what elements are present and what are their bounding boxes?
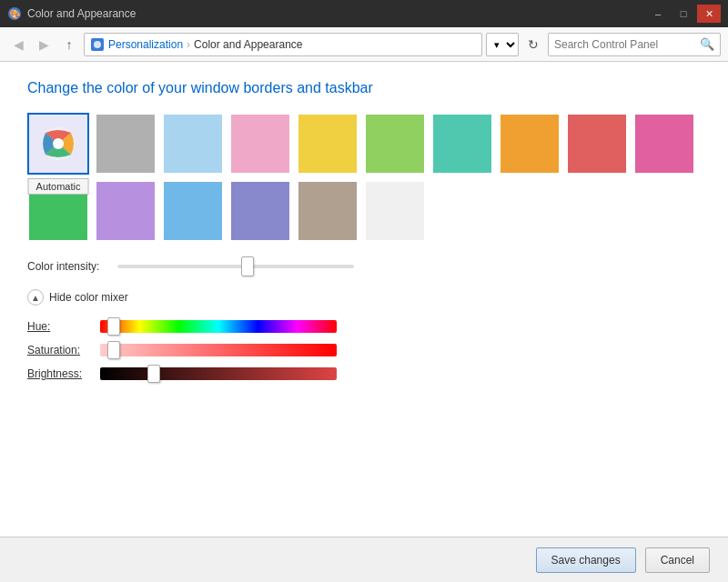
hue-row: Hue: [27,320,701,333]
saturation-label-text: Saturation: [27,344,80,356]
swatch-purple[interactable] [229,180,291,242]
hue-track [100,320,337,333]
swatch-yellow[interactable] [297,113,359,175]
intensity-thumb[interactable] [241,256,254,276]
breadcrumb-personalization[interactable]: Personalization [108,38,183,51]
brightness-thumb[interactable] [147,365,160,383]
svg-point-5 [53,138,64,149]
swatch-lgreen[interactable] [27,180,89,242]
swatch-lightblue[interactable] [162,113,224,175]
swatch-gray[interactable] [95,113,157,175]
intensity-track [117,265,354,268]
breadcrumb-current: Color and Appearance [194,38,302,51]
footer: Save changes Cancel [0,537,728,582]
main-content: Change the color of your window borders … [0,62,728,537]
address-path: Personalization › Color and Appearance [84,33,482,56]
search-input[interactable] [554,38,700,51]
saturation-row: Saturation: [27,344,701,356]
mixer-toggle-icon: ▲ [27,289,44,306]
up-button[interactable]: ↑ [58,34,80,55]
forward-button[interactable]: ▶ [33,34,55,55]
hue-thumb[interactable] [107,317,120,336]
saturation-thumb[interactable] [107,341,120,359]
minimize-button[interactable]: – [646,5,670,23]
save-button[interactable]: Save changes [536,547,636,573]
swatch-magenta[interactable] [633,113,695,175]
brightness-label: Brightness: [27,367,100,380]
close-button[interactable]: ✕ [697,5,721,23]
page-title: Change the color of your window borders … [27,80,701,96]
swatch-white[interactable] [364,180,426,242]
swatch-lavender[interactable] [95,180,157,242]
app-icon: 🎨 [7,6,22,21]
cancel-button[interactable]: Cancel [645,547,710,573]
saturation-track [100,344,337,356]
palette-icon [38,124,78,164]
brightness-track [100,367,337,380]
hue-label-text: Hue: [27,320,50,333]
back-button[interactable]: ◀ [7,34,29,55]
window-title: Color and Appearance [27,7,136,20]
swatch-teal[interactable] [431,113,493,175]
hue-label: Hue: [27,320,100,333]
window-controls: – □ ✕ [646,5,721,23]
breadcrumb-sep: › [187,38,190,51]
swatch-red[interactable] [566,113,628,175]
swatch-grid: Automatic [27,113,701,242]
swatch-green[interactable] [364,113,426,175]
maximize-button[interactable]: □ [672,5,695,23]
intensity-label: Color intensity: [27,260,99,273]
address-bar: ◀ ▶ ↑ Personalization › Color and Appear… [0,27,728,62]
search-icon: 🔍 [700,37,714,51]
swatch-tan[interactable] [297,180,359,242]
swatch-skyblue[interactable] [162,180,224,242]
swatch-automatic[interactable]: Automatic [27,113,89,175]
address-dropdown[interactable]: ▾ [486,33,519,56]
mixer-toggle-label: Hide color mixer [49,291,128,304]
refresh-button[interactable]: ↻ [522,34,544,55]
svg-text:🎨: 🎨 [9,8,21,20]
swatch-pink[interactable] [229,113,291,175]
search-box: 🔍 [548,33,721,56]
svg-point-3 [94,41,101,48]
mixer-chevron: ▲ [31,293,40,303]
saturation-label: Saturation: [27,344,100,356]
title-bar: 🎨 Color and Appearance – □ ✕ [0,0,728,27]
path-icon [90,37,105,52]
intensity-row: Color intensity: [27,260,701,273]
brightness-label-text: Brightness: [27,367,82,380]
mixer-toggle[interactable]: ▲ Hide color mixer [27,289,701,306]
brightness-row: Brightness: [27,367,701,380]
swatch-orange[interactable] [499,113,561,175]
